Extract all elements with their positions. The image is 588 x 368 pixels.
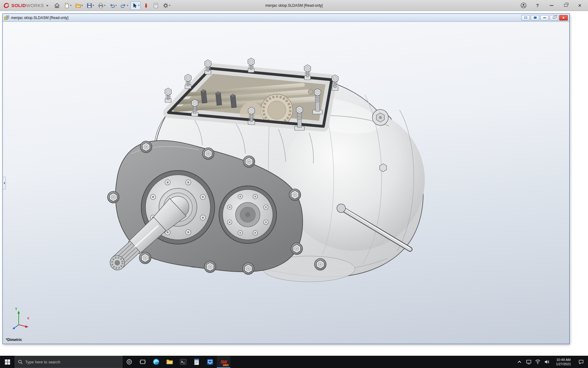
open-folder-icon — [75, 2, 81, 9]
minimize-icon — [550, 5, 553, 6]
model-flange-bolt[interactable] — [289, 189, 301, 201]
model-flange-bolt[interactable] — [204, 261, 216, 273]
display-tray-button[interactable] — [524, 356, 533, 368]
model-cover-stud[interactable] — [304, 65, 311, 80]
solidworks-app-icon: SW 2021 — [219, 357, 228, 366]
save-button[interactable]: ▾ — [85, 1, 95, 10]
menu-flyout-arrow-icon[interactable]: ▸ — [47, 3, 49, 7]
minimize-button[interactable] — [548, 2, 556, 10]
dropdown-arrow-icon[interactable]: ▾ — [81, 4, 83, 7]
redo-icon — [120, 2, 126, 9]
model-flange-bolt[interactable] — [243, 156, 255, 167]
model-flange-bolt[interactable] — [140, 141, 152, 153]
new-document-icon — [64, 2, 70, 9]
dropdown-arrow-icon[interactable]: ▾ — [104, 4, 105, 7]
dropdown-arrow-icon[interactable]: ▾ — [93, 4, 94, 7]
model-flange-bolt[interactable] — [139, 252, 151, 264]
options-button[interactable]: ▾ — [161, 1, 172, 10]
quick-access-toolbar: ▾ ▾ ▾ ▾ ▾ ▾ ▾ — [53, 1, 172, 10]
print-icon — [98, 2, 104, 9]
redo-button[interactable]: ▾ — [119, 1, 129, 10]
network-button[interactable] — [533, 356, 542, 368]
doc-minimize-button[interactable] — [540, 15, 549, 21]
terminal-icon — [179, 358, 187, 366]
model-right-bearing-cover[interactable] — [219, 186, 277, 243]
model-flange-bolt[interactable] — [202, 148, 214, 159]
model-flange-bolt[interactable] — [107, 191, 119, 203]
assembly-document-icon — [4, 15, 9, 20]
dropdown-arrow-icon[interactable]: ▾ — [138, 4, 139, 7]
speaker-icon — [544, 359, 550, 365]
start-button[interactable] — [0, 356, 15, 368]
task-view-icon — [140, 359, 146, 365]
monitor-icon — [526, 359, 531, 365]
wifi-icon — [535, 359, 541, 365]
account-button[interactable] — [519, 2, 527, 10]
file-properties-button[interactable] — [152, 1, 160, 10]
model-flange-bolt[interactable] — [291, 243, 303, 255]
orientation-triad: Y x — [10, 308, 32, 331]
display-app-button[interactable] — [203, 356, 217, 368]
undo-icon — [109, 2, 115, 9]
volume-button[interactable] — [543, 356, 551, 368]
document-app-button[interactable] — [190, 356, 203, 368]
model-cover-stud[interactable] — [332, 75, 338, 90]
model-flange-bolt[interactable] — [315, 259, 326, 270]
file-explorer-button[interactable] — [163, 356, 176, 368]
document-title: menjac sklop.SLDASM [Read-only] — [11, 16, 68, 20]
ds-logo-icon — [3, 2, 10, 9]
doc-restore-button[interactable] — [550, 15, 558, 21]
new-document-button[interactable]: ▾ — [62, 1, 73, 10]
dropdown-arrow-icon[interactable]: ▾ — [127, 4, 128, 7]
app-title: menjac sklop.SLDASM [Read-only] — [172, 3, 417, 8]
action-center-button[interactable] — [576, 356, 586, 368]
dropdown-arrow-icon[interactable]: ▾ — [115, 4, 117, 7]
gearbox-assembly-model[interactable] — [3, 22, 569, 344]
edge-icon — [153, 358, 160, 366]
solidworks-app-window: SOLIDWORKS ▸ ▾ ▾ ▾ ▾ — [0, 0, 588, 368]
app-window-controls: ? × — [519, 2, 585, 10]
edge-browser-button[interactable] — [149, 356, 163, 368]
open-button[interactable]: ▾ — [74, 1, 84, 10]
search-input[interactable] — [25, 360, 119, 364]
restore-button[interactable] — [562, 2, 570, 10]
model-cover-stud[interactable] — [185, 74, 191, 89]
minimize-icon — [543, 17, 546, 18]
featuremanager-flyout-tab[interactable] — [3, 177, 6, 190]
doc-newwindow-button[interactable] — [521, 15, 530, 21]
terminal-button[interactable] — [176, 356, 190, 368]
model-cover-stud[interactable] — [165, 88, 172, 102]
select-cursor-icon — [132, 2, 138, 9]
doc-close-button[interactable]: × — [559, 15, 568, 21]
select-tool-button[interactable]: ▾ — [130, 1, 141, 10]
3dexperience-icon — [143, 2, 149, 9]
print-button[interactable]: ▾ — [96, 1, 107, 10]
undo-button[interactable]: ▾ — [108, 1, 118, 10]
document-app-icon — [193, 358, 200, 366]
close-icon: × — [578, 2, 581, 8]
hidden-icons-button[interactable] — [515, 356, 524, 368]
close-button[interactable]: × — [576, 2, 584, 10]
triad-x-label: x — [27, 316, 29, 320]
doc-tile-button[interactable] — [531, 15, 539, 21]
taskbar-search[interactable] — [15, 356, 123, 368]
solidworks-taskbar-button[interactable]: SW 2021 — [217, 356, 230, 368]
dropdown-arrow-icon[interactable]: ▾ — [70, 4, 71, 7]
help-button[interactable]: ? — [533, 2, 541, 10]
document-window: menjac sklop.SLDASM [Read-only] × — [2, 13, 570, 344]
home-button[interactable] — [53, 1, 61, 10]
chevron-up-icon — [518, 361, 521, 364]
graphics-viewport[interactable]: Y x *Dimetric — [3, 22, 569, 344]
model-cover-stud[interactable] — [248, 58, 254, 72]
3dexperience-button[interactable] — [142, 1, 150, 10]
cortana-button[interactable] — [123, 356, 136, 368]
task-view-button[interactable] — [136, 356, 149, 368]
triad-y-label: Y — [15, 307, 17, 311]
windows-taskbar: SW 2021 — [0, 356, 588, 368]
document-titlebar[interactable]: menjac sklop.SLDASM [Read-only] × — [3, 14, 569, 22]
model-flange-bolt[interactable] — [243, 263, 254, 274]
taskbar-clock[interactable]: 10:49 AM 1/27/2021 — [552, 358, 575, 366]
cortana-icon — [126, 359, 132, 365]
dropdown-arrow-icon[interactable]: ▾ — [169, 4, 170, 7]
blue-app-icon — [206, 358, 214, 366]
